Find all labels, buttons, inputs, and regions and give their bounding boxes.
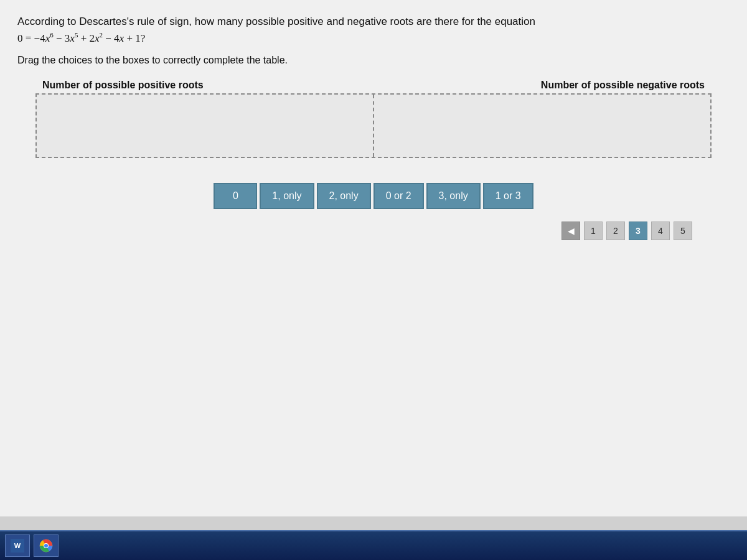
choice-one-or-three[interactable]: 1 or 3 (483, 183, 533, 209)
drop-column-negative[interactable] (374, 95, 710, 157)
question-block: According to Descartes's rule of sign, h… (17, 14, 730, 46)
taskbar: W (0, 530, 747, 560)
pagination-row: ◀ 1 2 3 4 5 (17, 222, 730, 240)
pagination-page-4[interactable]: 4 (651, 222, 670, 240)
choice-zero-or-two[interactable]: 0 or 2 (374, 183, 424, 209)
choice-two-only[interactable]: 2, only (317, 183, 371, 209)
word-icon: W (11, 539, 24, 553)
main-content: According to Descartes's rule of sign, h… (0, 0, 747, 516)
taskbar-chrome-button[interactable] (34, 534, 59, 557)
pagination-page-1[interactable]: 1 (584, 222, 603, 240)
chrome-icon (39, 539, 53, 553)
equation: 0 = −4x6 − 3x5 + 2x2 − 4x + 1? (17, 30, 730, 46)
choice-one-only[interactable]: 1, only (260, 183, 314, 209)
header-positive: Number of possible positive roots (42, 80, 204, 91)
pagination-page-5[interactable]: 5 (674, 222, 692, 240)
choice-three-only[interactable]: 3, only (426, 183, 481, 209)
pagination-prev[interactable]: ◀ (561, 222, 580, 240)
choice-zero[interactable]: 0 (214, 183, 257, 209)
drop-table[interactable] (35, 93, 712, 158)
header-negative: Number of possible negative roots (541, 80, 705, 91)
question-line1: According to Descartes's rule of sign, h… (17, 14, 730, 30)
table-headers: Number of possible positive roots Number… (17, 80, 730, 91)
choices-row: 0 1, only 2, only 0 or 2 3, only 1 or 3 (17, 183, 730, 209)
table-section: Number of possible positive roots Number… (17, 80, 730, 158)
drag-instruction: Drag the choices to the boxes to correct… (17, 55, 730, 66)
svg-point-3 (44, 544, 48, 548)
pagination-page-2[interactable]: 2 (606, 222, 625, 240)
pagination-page-3[interactable]: 3 (629, 222, 647, 240)
word-icon-label: W (14, 542, 21, 549)
taskbar-word-button[interactable]: W (5, 534, 30, 557)
drop-column-positive[interactable] (37, 95, 374, 157)
